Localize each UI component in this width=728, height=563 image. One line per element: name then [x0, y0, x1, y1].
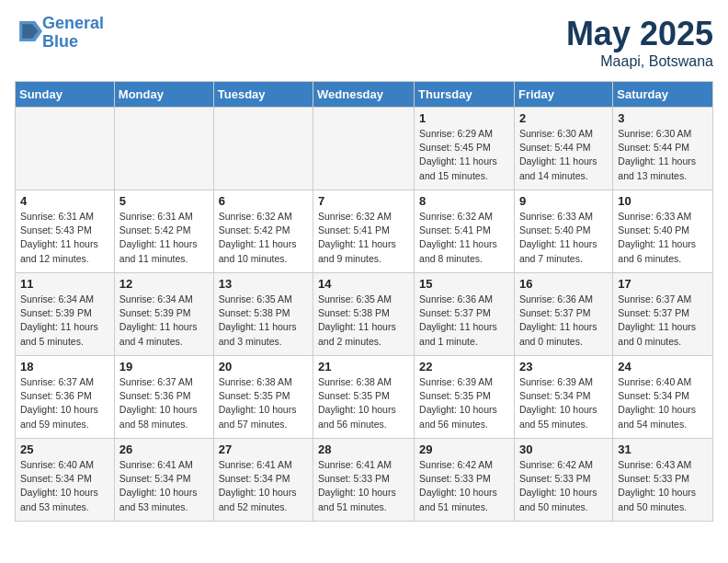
calendar-day-cell: 9Sunrise: 6:33 AMSunset: 5:40 PMDaylight… [514, 190, 612, 273]
day-info: Sunrise: 6:39 AMSunset: 5:34 PMDaylight:… [519, 375, 608, 431]
calendar-day-cell: 2Sunrise: 6:30 AMSunset: 5:44 PMDaylight… [514, 108, 612, 190]
day-number: 7 [318, 194, 409, 208]
location: Maapi, Botswana [566, 53, 713, 70]
weekday-header-cell: Sunday [16, 82, 115, 108]
day-info: Sunrise: 6:40 AMSunset: 5:34 PMDaylight:… [618, 375, 708, 431]
day-number: 18 [20, 360, 109, 373]
day-number: 24 [618, 360, 708, 373]
day-info: Sunrise: 6:36 AMSunset: 5:37 PMDaylight:… [519, 293, 608, 349]
day-info: Sunrise: 6:34 AMSunset: 5:39 PMDaylight:… [20, 293, 109, 349]
calendar-day-cell: 14Sunrise: 6:35 AMSunset: 5:38 PMDayligh… [313, 273, 415, 356]
day-info: Sunrise: 6:42 AMSunset: 5:33 PMDaylight:… [419, 458, 509, 514]
day-number: 22 [419, 360, 509, 373]
calendar-week-row: 1Sunrise: 6:29 AMSunset: 5:45 PMDaylight… [16, 108, 713, 190]
calendar-day-cell: 19Sunrise: 6:37 AMSunset: 5:36 PMDayligh… [114, 356, 213, 439]
calendar-day-cell: 31Sunrise: 6:43 AMSunset: 5:33 PMDayligh… [613, 439, 713, 522]
calendar-day-cell: 5Sunrise: 6:31 AMSunset: 5:42 PMDaylight… [114, 190, 213, 273]
day-number: 2 [519, 111, 608, 125]
day-number: 28 [318, 442, 409, 456]
day-number: 17 [618, 277, 708, 291]
day-number: 14 [318, 277, 409, 291]
day-number: 5 [119, 194, 209, 208]
day-info: Sunrise: 6:32 AMSunset: 5:41 PMDaylight:… [419, 210, 509, 266]
day-info: Sunrise: 6:29 AMSunset: 5:45 PMDaylight:… [419, 127, 509, 183]
calendar-day-cell: 3Sunrise: 6:30 AMSunset: 5:44 PMDaylight… [613, 108, 713, 190]
day-number: 27 [219, 442, 308, 456]
calendar-day-cell: 11Sunrise: 6:34 AMSunset: 5:39 PMDayligh… [16, 273, 115, 356]
day-number: 29 [419, 442, 509, 456]
day-number: 25 [20, 442, 109, 456]
day-info: Sunrise: 6:37 AMSunset: 5:36 PMDaylight:… [119, 375, 209, 431]
day-info: Sunrise: 6:41 AMSunset: 5:34 PMDaylight:… [119, 458, 209, 514]
day-info: Sunrise: 6:34 AMSunset: 5:39 PMDaylight:… [119, 293, 209, 349]
calendar-day-cell: 22Sunrise: 6:39 AMSunset: 5:35 PMDayligh… [415, 356, 515, 439]
day-number: 20 [219, 360, 308, 373]
day-number: 26 [119, 442, 209, 456]
weekday-header-cell: Saturday [613, 82, 713, 108]
day-number: 19 [119, 360, 209, 373]
day-info: Sunrise: 6:30 AMSunset: 5:44 PMDaylight:… [618, 127, 708, 183]
calendar-day-cell: 6Sunrise: 6:32 AMSunset: 5:42 PMDaylight… [213, 190, 313, 273]
day-info: Sunrise: 6:31 AMSunset: 5:43 PMDaylight:… [20, 210, 109, 266]
day-number: 10 [618, 194, 708, 208]
calendar-day-cell [114, 108, 213, 190]
calendar-day-cell: 7Sunrise: 6:32 AMSunset: 5:41 PMDaylight… [313, 190, 415, 273]
calendar-day-cell: 4Sunrise: 6:31 AMSunset: 5:43 PMDaylight… [16, 190, 115, 273]
calendar-day-cell: 28Sunrise: 6:41 AMSunset: 5:33 PMDayligh… [313, 439, 415, 522]
calendar-day-cell: 21Sunrise: 6:38 AMSunset: 5:35 PMDayligh… [313, 356, 415, 439]
month-title: May 2025 [566, 15, 713, 53]
calendar-day-cell: 15Sunrise: 6:36 AMSunset: 5:37 PMDayligh… [415, 273, 515, 356]
page-header: General Blue May 2025 Maapi, Botswana [15, 15, 713, 70]
weekday-header-cell: Monday [114, 82, 213, 108]
day-info: Sunrise: 6:38 AMSunset: 5:35 PMDaylight:… [318, 375, 409, 431]
calendar-week-row: 18Sunrise: 6:37 AMSunset: 5:36 PMDayligh… [16, 356, 713, 439]
day-info: Sunrise: 6:35 AMSunset: 5:38 PMDaylight:… [219, 293, 308, 349]
calendar-day-cell: 30Sunrise: 6:42 AMSunset: 5:33 PMDayligh… [514, 439, 612, 522]
day-info: Sunrise: 6:32 AMSunset: 5:42 PMDaylight:… [219, 210, 308, 266]
day-number: 16 [519, 277, 608, 291]
day-number: 9 [519, 194, 608, 208]
calendar-day-cell: 1Sunrise: 6:29 AMSunset: 5:45 PMDaylight… [415, 108, 515, 190]
calendar-day-cell: 29Sunrise: 6:42 AMSunset: 5:33 PMDayligh… [415, 439, 515, 522]
day-number: 15 [419, 277, 509, 291]
calendar-week-row: 4Sunrise: 6:31 AMSunset: 5:43 PMDaylight… [16, 190, 713, 273]
calendar-day-cell [313, 108, 415, 190]
day-number: 4 [20, 194, 109, 208]
logo-line1: General [42, 14, 104, 32]
day-info: Sunrise: 6:33 AMSunset: 5:40 PMDaylight:… [519, 210, 608, 266]
day-info: Sunrise: 6:32 AMSunset: 5:41 PMDaylight:… [318, 210, 409, 266]
calendar-table: SundayMondayTuesdayWednesdayThursdayFrid… [15, 81, 713, 522]
day-info: Sunrise: 6:31 AMSunset: 5:42 PMDaylight:… [119, 210, 209, 266]
calendar-day-cell: 26Sunrise: 6:41 AMSunset: 5:34 PMDayligh… [114, 439, 213, 522]
day-info: Sunrise: 6:43 AMSunset: 5:33 PMDaylight:… [618, 458, 708, 514]
day-number: 11 [20, 277, 109, 291]
calendar-day-cell: 17Sunrise: 6:37 AMSunset: 5:37 PMDayligh… [613, 273, 713, 356]
day-number: 21 [318, 360, 409, 373]
day-info: Sunrise: 6:42 AMSunset: 5:33 PMDaylight:… [519, 458, 608, 514]
title-block: May 2025 Maapi, Botswana [566, 15, 713, 70]
weekday-header-cell: Tuesday [213, 82, 313, 108]
calendar-day-cell: 13Sunrise: 6:35 AMSunset: 5:38 PMDayligh… [213, 273, 313, 356]
calendar-day-cell: 10Sunrise: 6:33 AMSunset: 5:40 PMDayligh… [613, 190, 713, 273]
day-number: 1 [419, 111, 509, 125]
day-info: Sunrise: 6:36 AMSunset: 5:37 PMDaylight:… [419, 293, 509, 349]
day-info: Sunrise: 6:41 AMSunset: 5:33 PMDaylight:… [318, 458, 409, 514]
day-number: 8 [419, 194, 509, 208]
day-number: 31 [618, 442, 708, 456]
day-info: Sunrise: 6:40 AMSunset: 5:34 PMDaylight:… [20, 458, 109, 514]
day-number: 3 [618, 111, 708, 125]
weekday-header-cell: Friday [514, 82, 612, 108]
logo: General Blue [15, 15, 104, 52]
day-info: Sunrise: 6:35 AMSunset: 5:38 PMDaylight:… [318, 293, 409, 349]
day-info: Sunrise: 6:30 AMSunset: 5:44 PMDaylight:… [519, 127, 608, 183]
calendar-day-cell: 27Sunrise: 6:41 AMSunset: 5:34 PMDayligh… [213, 439, 313, 522]
calendar-day-cell: 12Sunrise: 6:34 AMSunset: 5:39 PMDayligh… [114, 273, 213, 356]
calendar-day-cell: 24Sunrise: 6:40 AMSunset: 5:34 PMDayligh… [613, 356, 713, 439]
weekday-header-row: SundayMondayTuesdayWednesdayThursdayFrid… [16, 82, 713, 108]
day-number: 6 [219, 194, 308, 208]
day-info: Sunrise: 6:37 AMSunset: 5:36 PMDaylight:… [20, 375, 109, 431]
logo-text: General Blue [42, 15, 104, 52]
day-info: Sunrise: 6:37 AMSunset: 5:37 PMDaylight:… [618, 293, 708, 349]
day-info: Sunrise: 6:41 AMSunset: 5:34 PMDaylight:… [219, 458, 308, 514]
calendar-day-cell: 20Sunrise: 6:38 AMSunset: 5:35 PMDayligh… [213, 356, 313, 439]
